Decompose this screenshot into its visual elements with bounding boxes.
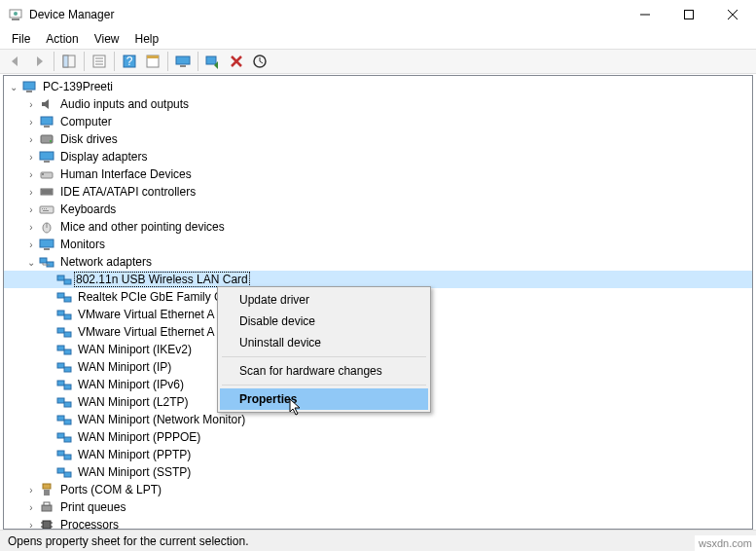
tree-device[interactable]: WAN Miniport (PPPOE) [4,428,752,446]
forward-button[interactable] [27,51,51,72]
computer-icon [39,114,54,129]
svg-rect-56 [64,349,71,354]
svg-rect-8 [63,55,68,67]
help-button[interactable]: ? [118,51,141,72]
svg-rect-48 [64,279,71,284]
expand-icon[interactable]: › [23,187,39,198]
svg-rect-34 [40,206,54,213]
svg-rect-24 [44,126,50,128]
svg-rect-55 [57,346,64,350]
tree-device[interactable]: WAN Miniport (SSTP) [4,463,752,481]
computer-icon [21,79,37,94]
tree-category[interactable]: ›Print queues [4,498,752,516]
expand-icon[interactable]: › [23,152,39,163]
maximize-button[interactable] [666,0,710,29]
menu-help[interactable]: Help [127,30,167,48]
network-icon [56,324,72,340]
menu-bar: File Action View Help [0,29,756,49]
minimize-button[interactable] [623,0,666,29]
hid-icon [39,166,54,182]
tree-category[interactable]: ›Monitors [4,236,752,253]
mouse-icon [39,219,54,235]
uninstall-button[interactable] [225,51,248,72]
svg-rect-69 [57,468,64,473]
expand-icon[interactable]: › [23,134,39,145]
close-button[interactable] [710,0,754,29]
menu-view[interactable]: View [87,30,127,48]
window-title: Device Manager [29,8,623,21]
collapse-icon[interactable]: ⌄ [6,82,21,92]
enable-button[interactable] [201,51,225,72]
svg-rect-28 [44,161,50,163]
back-button[interactable] [4,51,27,72]
tree-category[interactable]: ›Audio inputs and outputs [4,95,752,113]
svg-rect-16 [147,55,159,58]
tree-category[interactable]: ›Processors [4,516,752,529]
network-icon [56,394,72,410]
disk-icon [39,131,54,147]
svg-rect-17 [176,56,190,64]
svg-rect-62 [64,402,71,407]
ide-icon [39,184,54,200]
menu-action[interactable]: Action [38,30,86,48]
tree-category[interactable]: ›IDE ATA/ATAPI controllers [4,183,752,201]
svg-rect-74 [44,502,50,505]
properties-sheet-button[interactable] [88,51,111,72]
svg-rect-21 [23,82,35,90]
menu-file[interactable]: File [4,30,38,48]
tree-category[interactable]: ›Ports (COM & LPT) [4,481,752,498]
svg-rect-75 [43,521,51,529]
tree-category-network[interactable]: ⌄Network adapters [4,253,752,271]
status-text: Opens property sheet for the current sel… [8,534,248,548]
svg-rect-30 [42,173,44,175]
status-bar: Opens property sheet for the current sel… [0,530,756,551]
svg-rect-37 [46,208,47,209]
update-button[interactable] [248,51,271,72]
context-menu-separator [222,385,426,386]
context-menu-update-driver[interactable]: Update driver [220,289,428,311]
expand-icon[interactable]: › [23,169,39,180]
svg-rect-63 [57,416,64,421]
tree-category[interactable]: ›Keyboards [4,201,752,218]
network-icon [56,289,72,305]
svg-rect-67 [57,451,64,456]
svg-rect-71 [43,484,51,489]
context-menu: Update driver Disable device Uninstall d… [217,286,431,413]
expand-icon[interactable]: › [23,485,39,496]
printer-icon [39,499,54,515]
svg-point-2 [14,12,18,16]
context-menu-uninstall-device[interactable]: Uninstall device [220,332,428,353]
expand-icon[interactable]: › [23,502,39,513]
tree-device[interactable]: WAN Miniport (PPTP) [4,446,752,463]
expand-icon[interactable]: › [23,117,39,128]
expand-icon[interactable]: › [23,239,39,250]
svg-rect-31 [41,189,53,195]
expand-icon[interactable]: › [23,520,39,530]
expand-icon[interactable]: › [23,204,39,215]
tree-root[interactable]: ⌄ PC-139Preeti [4,78,752,95]
display-icon-button[interactable] [171,51,195,72]
audio-icon [39,96,54,112]
tree-category[interactable]: ›Disk drives [4,130,752,148]
show-hide-button[interactable] [57,51,81,72]
toolbar-separator [198,52,198,71]
toolbar-separator [54,52,54,71]
svg-point-26 [50,140,52,142]
svg-rect-61 [57,398,64,403]
context-menu-scan[interactable]: Scan for hardware changes [220,360,428,382]
svg-rect-59 [57,381,64,386]
tree-category[interactable]: ›Human Interface Devices [4,165,752,183]
expand-icon[interactable]: › [23,222,39,233]
cpu-icon [39,517,54,529]
properties-button[interactable] [141,51,164,72]
context-menu-properties[interactable]: Properties [220,388,428,410]
tree-category[interactable]: ›Display adapters [4,148,752,165]
tree-device[interactable]: WAN Miniport (Network Monitor) [4,411,752,428]
context-menu-disable-device[interactable]: Disable device [220,311,428,332]
context-menu-separator [222,356,426,357]
tree-category[interactable]: ›Mice and other pointing devices [4,218,752,236]
svg-rect-36 [44,208,45,209]
tree-category[interactable]: ›Computer [4,113,752,130]
collapse-icon[interactable]: ⌄ [23,257,39,268]
expand-icon[interactable]: › [23,99,39,110]
